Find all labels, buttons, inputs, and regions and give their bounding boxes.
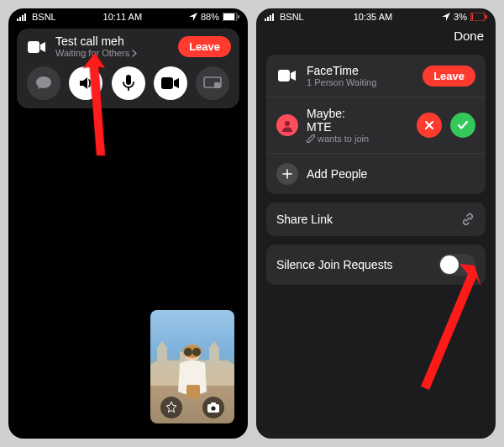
add-people-row[interactable]: Add People — [266, 154, 486, 194]
request-name: MTE — [307, 120, 332, 134]
accept-button[interactable] — [450, 113, 475, 138]
svg-rect-20 — [265, 18, 266, 21]
silence-toggle[interactable] — [438, 254, 475, 276]
video-icon — [276, 70, 298, 82]
call-subtitle: Waiting for Others — [55, 48, 129, 58]
svg-rect-10 — [161, 77, 173, 89]
add-people-label: Add People — [307, 167, 475, 181]
join-request-row: Maybe: MTE wants to join — [266, 97, 486, 154]
decline-button[interactable] — [417, 113, 442, 138]
svg-rect-1 — [19, 17, 21, 21]
svg-rect-3 — [24, 13, 26, 21]
signal-bars-icon — [265, 13, 276, 21]
mic-button[interactable] — [112, 66, 145, 100]
self-camera-preview — [150, 310, 234, 423]
facetime-title: FaceTime — [307, 64, 414, 77]
speaker-button[interactable] — [69, 66, 102, 100]
battery-low-icon — [470, 13, 487, 21]
battery-percent-label: 88% — [201, 12, 219, 22]
leave-button[interactable]: Leave — [423, 66, 475, 87]
battery-percent-label: 3% — [454, 12, 467, 22]
request-prefix: Maybe: — [307, 107, 345, 120]
call-subtitle-row[interactable]: Waiting for Others — [55, 48, 171, 58]
svg-rect-6 — [238, 15, 239, 18]
facetime-section: FaceTime 1 Person Waiting Leave Maybe: M… — [266, 55, 486, 194]
svg-rect-7 — [28, 41, 39, 53]
svg-point-19 — [211, 406, 215, 410]
request-sub: wants to join — [318, 134, 369, 144]
svg-rect-25 — [471, 14, 473, 20]
avatar-icon — [276, 114, 298, 136]
silence-label: Silence Join Requests — [276, 258, 430, 271]
svg-rect-23 — [272, 13, 274, 21]
facetime-subtitle: 1 Person Waiting — [307, 77, 414, 87]
facetime-header-row: FaceTime 1 Person Waiting Leave — [266, 55, 486, 97]
svg-rect-21 — [267, 17, 269, 21]
silence-row: Silence Join Requests — [266, 245, 486, 285]
svg-rect-12 — [214, 82, 220, 88]
location-arrow-icon — [189, 13, 197, 21]
phone-left-screenshot: BSNL 10:11 AM 88% Test call meh Waiting … — [8, 8, 248, 439]
phone-right-screenshot: BSNL 10:35 AM 3% Done FaceTime 1 Person … — [256, 8, 496, 439]
svg-rect-27 — [278, 70, 290, 82]
svg-rect-8 — [126, 75, 131, 85]
leave-button[interactable]: Leave — [178, 36, 231, 57]
status-bar: BSNL 10:11 AM 88% — [8, 8, 248, 24]
svg-point-28 — [285, 121, 290, 126]
call-title: Test call meh — [55, 35, 171, 48]
chevron-right-icon — [132, 50, 137, 57]
battery-icon — [223, 13, 239, 21]
link-icon — [460, 212, 475, 227]
svg-point-14 — [184, 348, 192, 356]
video-icon — [25, 37, 49, 57]
messages-button[interactable] — [27, 66, 60, 100]
location-arrow-icon — [442, 13, 450, 21]
svg-rect-2 — [22, 15, 24, 21]
screen-share-button[interactable] — [196, 66, 229, 100]
clock-label: 10:35 AM — [354, 12, 392, 22]
svg-rect-22 — [270, 15, 271, 21]
plus-icon — [276, 163, 298, 185]
svg-rect-18 — [211, 402, 216, 405]
share-link-row[interactable]: Share Link — [266, 202, 486, 236]
share-link-section: Share Link — [266, 202, 486, 236]
signal-bars-icon — [17, 13, 29, 21]
share-link-label: Share Link — [276, 213, 452, 226]
svg-rect-0 — [17, 18, 18, 21]
toggle-knob — [440, 255, 459, 274]
svg-rect-26 — [486, 15, 487, 18]
clock-label: 10:11 AM — [103, 12, 142, 22]
carrier-label: BSNL — [280, 12, 304, 22]
link-icon — [307, 134, 315, 143]
svg-rect-5 — [223, 13, 234, 20]
snapshot-button[interactable] — [202, 397, 224, 418]
silence-section: Silence Join Requests — [266, 245, 486, 285]
request-name-line: Maybe: MTE — [307, 107, 408, 134]
svg-point-15 — [192, 348, 201, 356]
call-card: Test call meh Waiting for Others Leave — [17, 29, 239, 108]
status-bar: BSNL 10:35 AM 3% — [256, 8, 496, 24]
camera-button[interactable] — [154, 66, 187, 100]
carrier-label: BSNL — [32, 12, 56, 22]
effects-button[interactable] — [160, 397, 182, 418]
done-button[interactable]: Done — [454, 29, 484, 43]
